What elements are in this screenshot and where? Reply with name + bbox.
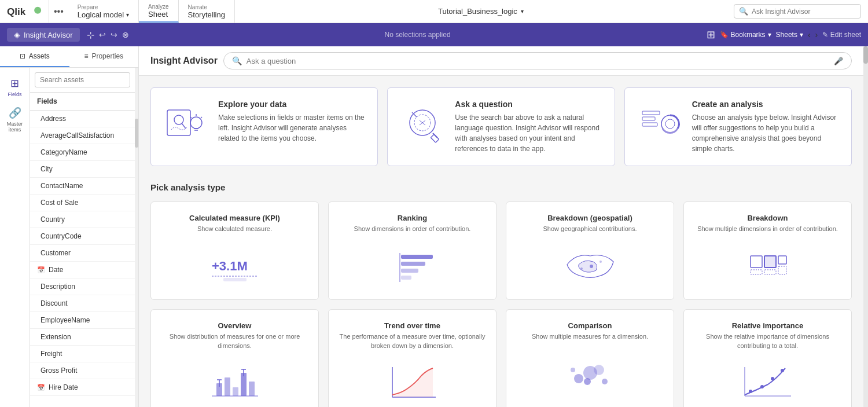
nav-prev-icon[interactable]: ‹ — [808, 30, 811, 39]
sidebar-item-master-items[interactable]: 🔗 Master items — [0, 102, 30, 137]
field-item[interactable]: 📅Hire Date — [30, 379, 135, 396]
microphone-icon[interactable]: 🎤 — [834, 57, 843, 65]
ranking-illustration — [338, 241, 487, 288]
svg-text:+3.1M: +3.1M — [212, 259, 248, 273]
tab-properties[interactable]: ≡ Properties — [69, 46, 139, 67]
svg-rect-16 — [642, 111, 660, 115]
app-title-area[interactable]: Tutorial_Business_logic ▾ — [235, 7, 727, 16]
select-tool-icon[interactable]: ⊹ — [87, 30, 94, 41]
svg-point-54 — [602, 379, 608, 384]
insight-advisor-button[interactable]: ◈ Insight Advisor — [7, 28, 80, 42]
field-item[interactable]: Gross Profit — [30, 362, 135, 379]
master-items-label: Master items — [2, 121, 27, 133]
field-item[interactable]: Customer — [30, 245, 135, 262]
top-navigation: Qlik ••• Prepare Logical model ▾ Analyze… — [0, 0, 868, 23]
svg-point-61 — [781, 369, 784, 372]
field-item[interactable]: CategoryName — [30, 144, 135, 161]
svg-rect-34 — [778, 256, 786, 264]
field-item[interactable]: 📅Date — [30, 262, 135, 278]
nav-analyze[interactable]: Analyze Sheet — [139, 0, 179, 23]
sheets-button[interactable]: Sheets ▾ — [776, 31, 803, 39]
assets-icon: ⊡ — [20, 52, 25, 60]
search-advisor-field[interactable] — [752, 8, 856, 16]
field-item[interactable]: EmployeeName — [30, 312, 135, 329]
search-assets-input[interactable] — [35, 72, 130, 87]
svg-point-60 — [771, 377, 774, 380]
insight-header: Insight Advisor 🔍 🎤 — [139, 46, 863, 76]
breakdown-geo-illustration — [516, 241, 664, 288]
feature-card-create[interactable]: Create an analysis Choose an analysis ty… — [624, 87, 852, 166]
insight-search-bar[interactable]: 🔍 🎤 — [223, 52, 852, 69]
analysis-card-trend[interactable]: Trend over time The performance of a mea… — [328, 309, 496, 407]
breakdown-title: Breakdown — [747, 214, 788, 222]
fields-scrollbar[interactable] — [135, 68, 138, 407]
main-layout: ⊡ Assets ≡ Properties ⊞ Fields 🔗 Master … — [0, 46, 868, 407]
analyze-value: Sheet — [148, 10, 169, 19]
redo-icon[interactable]: ↪ — [111, 30, 117, 39]
search-bar-icon: 🔍 — [232, 56, 242, 65]
field-name: City — [41, 165, 53, 173]
ask-question-input[interactable] — [247, 57, 829, 65]
edit-sheet-button[interactable]: ✎ Edit sheet — [822, 31, 861, 39]
svg-point-1 — [34, 6, 41, 13]
field-item[interactable]: Extension — [30, 329, 135, 346]
field-item[interactable]: Description — [30, 278, 135, 295]
field-name: Gross Profit — [41, 366, 77, 375]
relative-description: Show the relative importance of dimensio… — [693, 332, 842, 350]
relative-title: Relative importance — [732, 321, 804, 330]
nav-narrate[interactable]: Narrate Storytelling — [179, 0, 235, 23]
fields-list: AddressAverageCallSatisfactionCategoryNa… — [30, 111, 135, 407]
tab-assets[interactable]: ⊡ Assets — [0, 46, 69, 67]
undo-icon[interactable]: ↩ — [99, 30, 106, 39]
svg-point-29 — [590, 265, 593, 268]
svg-rect-23 — [223, 278, 247, 281]
analysis-card-breakdown[interactable]: Breakdown Show multiple dimensions in or… — [683, 201, 852, 300]
analysis-card-kpi[interactable]: Calculated measure (KPI) Show calculated… — [150, 201, 319, 300]
relative-illustration — [693, 358, 842, 405]
field-item[interactable]: ContactName — [30, 178, 135, 195]
content-scrollbar[interactable] — [863, 46, 868, 407]
field-item[interactable]: Cost of Sale — [30, 195, 135, 211]
svg-rect-2 — [167, 110, 190, 135]
content-area: Insight Advisor 🔍 🎤 — [139, 46, 863, 407]
nav-prepare[interactable]: Prepare Logical model ▾ — [68, 0, 139, 23]
svg-rect-37 — [764, 270, 776, 274]
toolbar: ◈ Insight Advisor ⊹ ↩ ↪ ⊗ No selections … — [0, 23, 868, 46]
field-item[interactable]: Freight — [30, 346, 135, 362]
feature-card-ask[interactable]: Ask a question Use the search bar above … — [387, 87, 615, 166]
analysis-card-ranking[interactable]: Ranking Show dimensions in order of cont… — [328, 201, 496, 300]
field-item[interactable]: AverageCallSatisfaction — [30, 127, 135, 144]
svg-rect-36 — [751, 270, 762, 274]
ask-insight-advisor-input[interactable]: 🔍 — [734, 4, 861, 19]
feature-card-explore[interactable]: Explore your data Make selections in fie… — [150, 87, 378, 166]
field-item[interactable]: CountryCode — [30, 228, 135, 245]
field-name: Discount — [41, 299, 68, 307]
svg-point-30 — [580, 267, 583, 270]
field-name: Cost of Sale — [41, 199, 78, 207]
prepare-value: Logical model ▾ — [78, 10, 129, 19]
insight-content: Explore your data Make selections in fie… — [139, 76, 863, 407]
ask-description: Use the search bar above to ask a natura… — [455, 112, 602, 154]
fields-header: Fields — [30, 93, 135, 111]
analysis-card-breakdown-geo[interactable]: Breakdown (geospatial) Show geographical… — [506, 201, 674, 300]
nav-next-icon[interactable]: › — [815, 30, 818, 39]
more-options-icon[interactable]: ••• — [49, 6, 68, 17]
field-item[interactable]: Country — [30, 211, 135, 228]
analysis-card-comparison[interactable]: Comparison Show multiple measures for a … — [506, 309, 674, 407]
analysis-card-overview[interactable]: Overview Show distribution of measures f… — [150, 309, 319, 407]
analysis-grid: Calculated measure (KPI) Show calculated… — [150, 201, 852, 407]
field-item[interactable]: City — [30, 161, 135, 178]
insight-advisor-icon: ◈ — [14, 30, 20, 39]
sidebar-item-fields[interactable]: ⊞ Fields — [5, 72, 24, 102]
breakdown-illustration — [693, 241, 842, 288]
fields-icon: ⊞ — [10, 77, 19, 90]
bookmarks-dropdown-icon: ▾ — [768, 31, 771, 39]
qlik-logo[interactable]: Qlik — [0, 0, 49, 23]
svg-text:Qlik: Qlik — [7, 5, 26, 17]
field-item[interactable]: Discount — [30, 295, 135, 312]
field-item[interactable]: Address — [30, 111, 135, 127]
analysis-card-relative[interactable]: Relative importance Show the relative im… — [683, 309, 852, 407]
bookmarks-button[interactable]: 🔖 Bookmarks ▾ — [720, 31, 771, 39]
grid-view-icon[interactable]: ⊞ — [707, 28, 715, 41]
no-select-icon[interactable]: ⊗ — [122, 30, 129, 39]
